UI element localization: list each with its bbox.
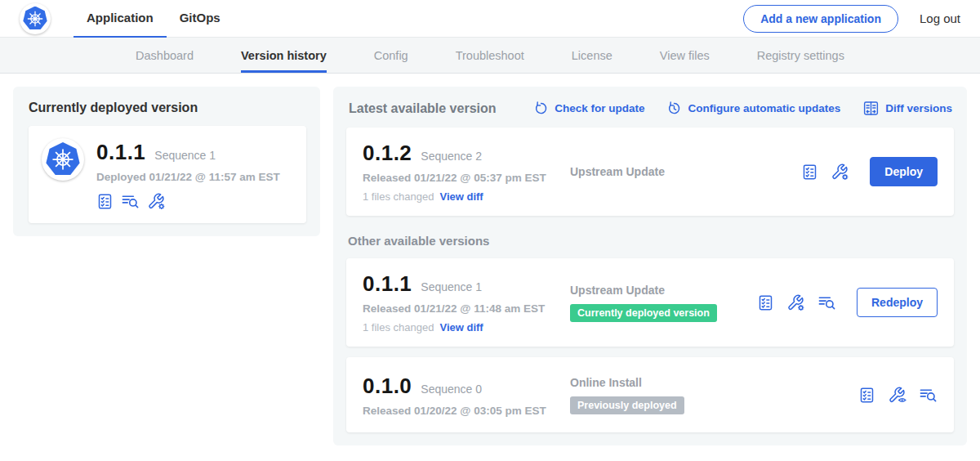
currently-deployed-panel: Currently deployed version 0.1.1 Sequenc… [13, 87, 320, 236]
sequence-label: Sequence 1 [154, 149, 216, 162]
kubernetes-logo [20, 3, 51, 34]
other-versions-title: Other available versions [348, 234, 952, 248]
kubernetes-helm-icon [23, 7, 47, 31]
file-search-icon[interactable] [121, 192, 140, 211]
latest-version-header: Latest available version Check for updat… [346, 100, 954, 117]
tab-gitops[interactable]: GitOps [167, 0, 234, 38]
currently-deployed-title: Currently deployed version [29, 101, 306, 115]
add-application-button[interactable]: Add a new application [743, 5, 898, 33]
released-timestamp: Released 01/21/22 @ 05:37 pm EST [363, 172, 570, 184]
file-search-icon[interactable] [919, 386, 938, 405]
wrench-gear-icon[interactable] [831, 163, 849, 181]
diff-icon [862, 100, 880, 117]
configure-automatic-updates-link[interactable]: Configure automatic updates [666, 101, 840, 116]
deployed-version-actions [96, 192, 280, 211]
version-row-0-1-0: 0.1.0 Sequence 0 Released 01/20/22 @ 03:… [346, 357, 954, 432]
checklist-icon[interactable] [858, 387, 875, 404]
subnav-license[interactable]: License [572, 38, 612, 73]
kubernetes-helm-icon [46, 142, 80, 177]
refresh-icon [533, 101, 549, 116]
sequence-label: Sequence 2 [421, 150, 482, 163]
view-diff-link[interactable]: View diff [439, 190, 483, 203]
version-number: 0.1.1 [96, 140, 145, 165]
wrench-gear-icon[interactable] [147, 192, 166, 211]
tab-application[interactable]: Application [74, 0, 167, 38]
subnav-registry-settings[interactable]: Registry settings [757, 38, 844, 73]
version-row-0-1-2: 0.1.2 Sequence 2 Released 01/21/22 @ 05:… [346, 128, 954, 216]
checklist-icon[interactable] [757, 294, 774, 311]
app-subnav: Dashboard Version history Config Trouble… [0, 38, 980, 74]
previously-deployed-badge: Previously deployed [570, 396, 684, 414]
main-content: Currently deployed version 0.1.1 Sequenc… [0, 74, 980, 459]
released-timestamp: Released 01/20/22 @ 03:05 pm EST [363, 405, 570, 417]
version-source: Upstream Update [570, 284, 757, 297]
sequence-label: Sequence 0 [421, 383, 482, 396]
deployed-timestamp: Deployed 01/21/22 @ 11:57 am EST [96, 171, 280, 183]
released-timestamp: Released 01/21/22 @ 11:48 am EST [363, 302, 570, 315]
app-logo [42, 138, 84, 181]
deploy-button[interactable]: Deploy [870, 157, 938, 186]
latest-version-title: Latest available version [349, 101, 497, 116]
subnav-config[interactable]: Config [374, 38, 408, 73]
logout-button[interactable]: Log out [920, 11, 960, 25]
subnav-troubleshoot[interactable]: Troubleshoot [456, 38, 524, 73]
version-number: 0.1.1 [363, 271, 412, 297]
version-number: 0.1.0 [363, 374, 412, 399]
version-source: Upstream Update [570, 165, 801, 178]
wrench-gear-icon[interactable] [786, 293, 805, 312]
redeploy-button[interactable]: Redeploy [857, 288, 938, 317]
top-header: Application GitOps Add a new application… [0, 0, 980, 38]
checklist-icon[interactable] [96, 193, 114, 210]
subnav-dashboard[interactable]: Dashboard [136, 38, 194, 73]
deployed-version-info: 0.1.1 Sequence 1 Deployed 01/21/22 @ 11:… [96, 138, 280, 211]
check-for-update-link[interactable]: Check for update [533, 101, 644, 116]
version-number: 0.1.2 [363, 141, 412, 166]
subnav-version-history[interactable]: Version history [241, 38, 327, 73]
files-changed-label: 1 files changed [363, 190, 434, 203]
view-diff-link[interactable]: View diff [439, 321, 483, 333]
file-search-icon[interactable] [817, 293, 836, 312]
wrench-eye-icon[interactable] [888, 386, 906, 405]
checklist-icon[interactable] [801, 163, 818, 181]
currently-deployed-badge: Currently deployed version [570, 304, 717, 322]
subnav-view-files[interactable]: View files [660, 38, 710, 73]
files-changed-label: 1 files changed [363, 321, 434, 333]
version-row-0-1-1: 0.1.1 Sequence 1 Released 01/21/22 @ 11:… [346, 258, 954, 347]
diff-versions-link[interactable]: Diff versions [862, 100, 952, 117]
version-history-panel: Latest available version Check for updat… [333, 87, 967, 445]
sequence-label: Sequence 1 [421, 280, 482, 293]
version-actions: Check for update Configure automatic upd… [533, 100, 952, 117]
version-source: Online Install [570, 376, 858, 389]
deployed-version-card: 0.1.1 Sequence 1 Deployed 01/21/22 @ 11:… [29, 126, 306, 223]
schedule-icon [666, 101, 682, 116]
app-tabs: Application GitOps [74, 0, 234, 38]
